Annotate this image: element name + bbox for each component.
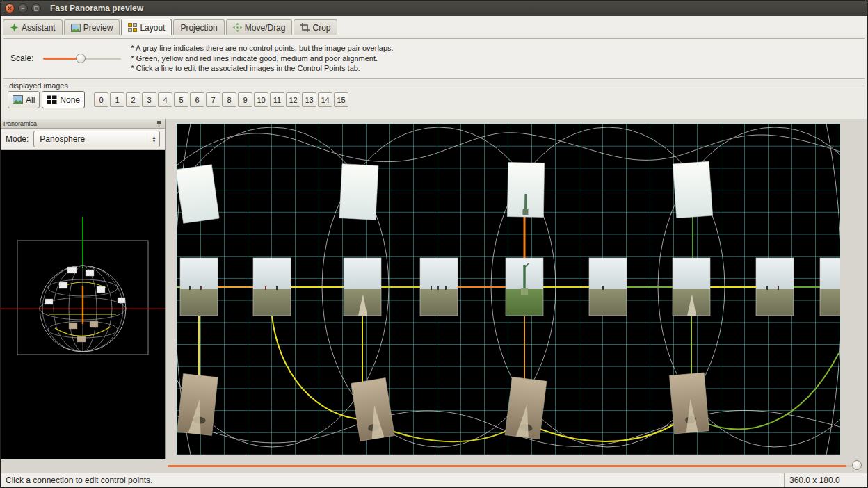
panosphere-preview[interactable]: [1, 150, 165, 459]
all-label: All: [26, 95, 35, 105]
tab-preview[interactable]: Preview: [64, 19, 120, 35]
none-label: None: [60, 95, 80, 105]
statue-middle-thumbnail: [506, 258, 543, 316]
tab-label: Move/Drag: [245, 23, 286, 33]
image-toggle-6[interactable]: 6: [190, 92, 204, 107]
image-toggle-9[interactable]: 9: [238, 92, 252, 107]
image-toggle-8[interactable]: 8: [222, 92, 236, 107]
show-all-button[interactable]: All: [8, 91, 40, 108]
tab-movedrag[interactable]: Move/Drag: [226, 19, 293, 35]
displayed-images-legend: displayed images: [8, 81, 70, 90]
tab-projection[interactable]: Projection: [173, 19, 224, 35]
layout-icon: [128, 23, 137, 32]
image-toggle-10[interactable]: 10: [254, 92, 268, 107]
tab-label: Preview: [83, 23, 113, 33]
mode-value: Panosphere: [40, 134, 85, 144]
minimize-button[interactable]: −: [18, 3, 28, 13]
panoramica-header: Panoramica: [1, 119, 165, 129]
scale-slider[interactable]: [43, 54, 121, 63]
help-line: * Click a line to edit the associated im…: [131, 63, 393, 74]
window-title: Fast Panorama preview: [50, 3, 143, 13]
scale-panel: Scale: * A gray line indicates there are…: [3, 38, 865, 79]
move-drag-icon: [233, 23, 242, 32]
tab-label: Layout: [140, 23, 165, 33]
all-images-icon: [13, 95, 23, 104]
scale-slider-fill: [43, 58, 79, 60]
pin-icon[interactable]: [156, 120, 162, 127]
panoramica-panel: Panoramica Mode: Panosphere ▲▼: [1, 119, 166, 459]
layout-canvas-area: [166, 119, 867, 459]
image-toggle-7[interactable]: 7: [206, 92, 220, 107]
close-button[interactable]: ✕: [5, 3, 15, 13]
image-toggle-11[interactable]: 11: [270, 92, 284, 107]
titlebar[interactable]: ✕ − ◻ Fast Panorama preview: [1, 1, 867, 16]
show-none-button[interactable]: None: [42, 91, 85, 108]
help-text: * A gray line indicates there are no con…: [131, 43, 393, 74]
image-toggle-3[interactable]: 3: [142, 92, 156, 107]
tab-assistant[interactable]: Assistant: [3, 19, 63, 35]
tab-label: Projection: [180, 23, 217, 33]
tab-label: Crop: [312, 23, 330, 33]
displayed-images-frame: displayed images All None 0 1 2 3 4 5: [3, 81, 865, 117]
panoramica-title: Panoramica: [3, 120, 37, 127]
scale-label: Scale:: [10, 54, 33, 63]
tab-layout[interactable]: Layout: [121, 19, 172, 35]
maximize-button[interactable]: ◻: [31, 3, 41, 13]
help-line: * A gray line indicates there are no con…: [131, 43, 393, 54]
image-toggle-15[interactable]: 15: [334, 92, 348, 107]
layout-canvas[interactable]: [177, 124, 840, 455]
image-toggle-0[interactable]: 0: [94, 92, 108, 107]
no-images-icon: [47, 95, 57, 104]
main-area: Panoramica Mode: Panosphere ▲▼: [1, 119, 867, 459]
app-window: ✕ − ◻ Fast Panorama preview Assistant Pr…: [0, 0, 868, 488]
status-message: Click a connection to edit control point…: [1, 475, 784, 485]
crop-icon: [300, 23, 310, 32]
image-toggle-12[interactable]: 12: [286, 92, 300, 107]
tabbar: Assistant Preview Layout Projection Move…: [1, 16, 867, 35]
assistant-icon: [10, 23, 19, 32]
horizontal-pan-slider[interactable]: [1, 459, 867, 473]
image-toggle-1[interactable]: 1: [110, 92, 124, 107]
mode-select[interactable]: Panosphere ▲▼: [33, 131, 160, 147]
statusbar: Click a connection to edit control point…: [1, 473, 867, 487]
tab-crop[interactable]: Crop: [294, 19, 337, 35]
mode-label: Mode:: [6, 134, 29, 144]
mode-row: Mode: Panosphere ▲▼: [1, 129, 165, 150]
combo-arrows-icon: ▲▼: [147, 133, 156, 145]
image-toggle-4[interactable]: 4: [158, 92, 172, 107]
image-toggle-14[interactable]: 14: [318, 92, 332, 107]
help-line: * Green, yellow and red lines indicate g…: [131, 54, 393, 64]
scale-slider-knob[interactable]: [76, 54, 86, 63]
image-toggle-13[interactable]: 13: [302, 92, 316, 107]
pan-slider-fill: [168, 465, 846, 467]
image-toggle-row: 0 1 2 3 4 5 6 7 8 9 10 11 12 13 14 15: [94, 92, 348, 107]
tab-label: Assistant: [22, 23, 56, 33]
image-toggle-2[interactable]: 2: [126, 92, 140, 107]
pan-slider-knob[interactable]: [852, 460, 862, 470]
image-toggle-5[interactable]: 5: [174, 92, 188, 107]
pano-size: 360.0 x 180.0: [784, 473, 867, 487]
preview-icon: [71, 24, 81, 32]
